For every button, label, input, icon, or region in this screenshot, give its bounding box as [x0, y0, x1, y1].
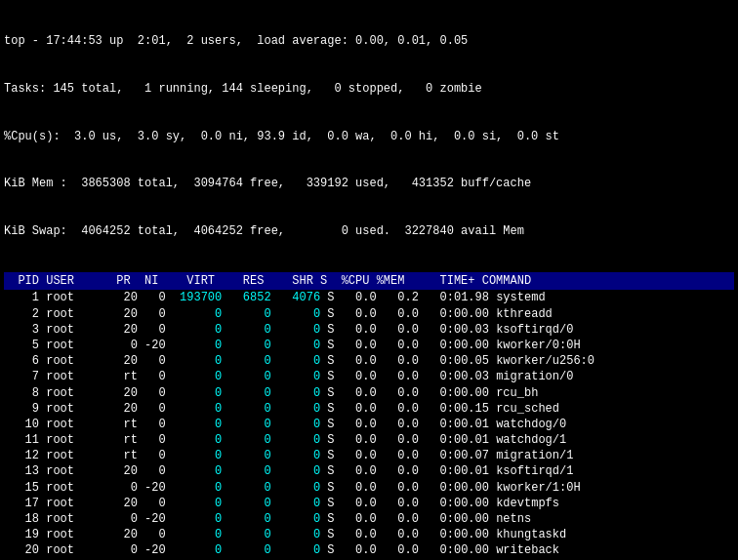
header-line-5: KiB Swap: 4064252 total, 4064252 free, 0…	[4, 223, 734, 239]
table-row: 15 root 0 -20 0 0 0 S 0.0 0.0 0:00.00 kw…	[4, 480, 734, 496]
table-row: 19 root 20 0 0 0 0 S 0.0 0.0 0:00.00 khu…	[4, 527, 734, 542]
table-row: 3 root 20 0 0 0 0 S 0.0 0.0 0:00.03 ksof…	[4, 322, 734, 338]
table-row: 20 root 0 -20 0 0 0 S 0.0 0.0 0:00.00 wr…	[4, 542, 734, 558]
table-row: 8 root 20 0 0 0 0 S 0.0 0.0 0:00.00 rcu_…	[4, 385, 734, 401]
process-list: 1 root 20 0 193700 6852 4076 S 0.0 0.2 0…	[4, 290, 734, 560]
table-row: 1 root 20 0 193700 6852 4076 S 0.0 0.2 0…	[4, 290, 734, 305]
header-line-4: KiB Mem : 3865308 total, 3094764 free, 3…	[4, 176, 734, 191]
header-line-3: %Cpu(s): 3.0 us, 3.0 sy, 0.0 ni, 93.9 id…	[4, 129, 734, 144]
table-row: 12 root rt 0 0 0 0 S 0.0 0.0 0:00.07 mig…	[4, 448, 734, 463]
table-row: 9 root 20 0 0 0 0 S 0.0 0.0 0:00.15 rcu_…	[4, 401, 734, 417]
terminal-window: top - 17:44:53 up 2:01, 2 users, load av…	[4, 2, 734, 560]
table-row: 5 root 0 -20 0 0 0 S 0.0 0.0 0:00.00 kwo…	[4, 338, 734, 353]
table-header: PID USER PR NI VIRT RES SHR S %CPU %MEM …	[4, 272, 734, 290]
table-row: 18 root 0 -20 0 0 0 S 0.0 0.0 0:00.00 ne…	[4, 511, 734, 527]
header-line-1: top - 17:44:53 up 2:01, 2 users, load av…	[4, 33, 734, 49]
table-row: 2 root 20 0 0 0 0 S 0.0 0.0 0:00.00 kthr…	[4, 306, 734, 322]
table-row: 6 root 20 0 0 0 0 S 0.0 0.0 0:00.05 kwor…	[4, 353, 734, 369]
table-row: 10 root rt 0 0 0 0 S 0.0 0.0 0:00.01 wat…	[4, 417, 734, 432]
header-section: top - 17:44:53 up 2:01, 2 users, load av…	[4, 2, 734, 270]
table-row: 7 root rt 0 0 0 0 S 0.0 0.0 0:00.03 migr…	[4, 369, 734, 384]
header-line-2: Tasks: 145 total, 1 running, 144 sleepin…	[4, 81, 734, 97]
table-row: 13 root 20 0 0 0 0 S 0.0 0.0 0:00.01 kso…	[4, 463, 734, 479]
table-row: 17 root 20 0 0 0 0 S 0.0 0.0 0:00.00 kde…	[4, 496, 734, 511]
table-row: 11 root rt 0 0 0 0 S 0.0 0.0 0:00.01 wat…	[4, 432, 734, 448]
